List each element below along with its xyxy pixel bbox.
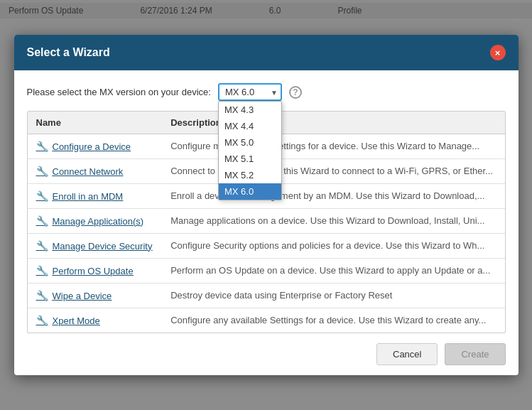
wizard-name-link[interactable]: 🔧Configure a Device (36, 141, 154, 152)
table-row: 🔧Xpert ModeConfigure any available Setti… (28, 308, 505, 333)
wizard-modal: Select a Wizard × Please select the MX v… (14, 35, 519, 375)
col-name-header: Name (28, 112, 163, 134)
modal-footer: Cancel Create (14, 333, 519, 375)
wizard-description: Configure most common settings for a dev… (162, 134, 504, 159)
version-dropdown: MX 4.3 MX 4.4 MX 5.0 MX 5.1 MX 5.2 MX 6.… (218, 101, 282, 200)
wizard-description: Connect to a Network. Use this Wizard to… (162, 159, 504, 184)
mx-version-select[interactable]: MX 4.3MX 4.4MX 5.0MX 5.1MX 5.2MX 6.0 (218, 83, 282, 101)
close-button[interactable]: × (490, 45, 506, 60)
version-select-row: Please select the MX version on your dev… (27, 83, 506, 101)
table-row: 🔧Manage Application(s)Manage application… (28, 209, 505, 234)
wizard-name-link[interactable]: 🔧Perform OS Update (36, 265, 154, 276)
modal-title: Select a Wizard (27, 46, 110, 59)
modal-header: Select a Wizard × (14, 35, 519, 70)
dropdown-item-mx44[interactable]: MX 4.4 (219, 118, 281, 134)
wizard-description: Manage applications on a device. Use thi… (162, 209, 504, 234)
wizard-name-link[interactable]: 🔧Xpert Mode (36, 315, 154, 326)
wrench-icon: 🔧 (36, 215, 48, 227)
wizard-description: Destroy device data using Enterprise or … (162, 284, 504, 308)
wrench-icon: 🔧 (36, 315, 48, 326)
wrench-icon: 🔧 (36, 190, 48, 202)
select-label: Please select the MX version on your dev… (27, 87, 211, 97)
help-icon[interactable]: ? (289, 86, 302, 99)
wizard-name-link[interactable]: 🔧Wipe a Device (36, 290, 154, 301)
table-row: 🔧Perform OS UpdatePerform an OS Update o… (28, 259, 505, 284)
wizard-description: Perform an OS Update on a device. Use th… (162, 259, 504, 284)
dropdown-item-mx50[interactable]: MX 5.0 (219, 134, 281, 151)
wrench-icon: 🔧 (36, 265, 48, 276)
wrench-icon: 🔧 (36, 240, 48, 252)
wizard-name-link[interactable]: 🔧Connect Network (36, 166, 154, 177)
dropdown-item-mx52[interactable]: MX 5.2 (219, 167, 281, 183)
wizard-name-link[interactable]: 🔧Manage Device Security (36, 240, 154, 252)
wrench-icon: 🔧 (36, 141, 48, 152)
table-row: 🔧Wipe a DeviceDestroy device data using … (28, 284, 505, 308)
wizard-description: Configure any available Settings for a d… (162, 308, 504, 333)
wrench-icon: 🔧 (36, 166, 48, 177)
dropdown-item-mx60[interactable]: MX 6.0 (219, 183, 281, 200)
cancel-button[interactable]: Cancel (376, 343, 438, 365)
wrench-icon: 🔧 (36, 290, 48, 301)
modal-body: Please select the MX version on your dev… (14, 70, 519, 333)
modal-overlay: Select a Wizard × Please select the MX v… (0, 0, 532, 410)
wizard-name-link[interactable]: 🔧Enroll in an MDM (36, 190, 154, 202)
create-button[interactable]: Create (445, 343, 505, 365)
wizard-description: Enroll a device for management by an MDM… (162, 184, 504, 209)
dropdown-item-mx43[interactable]: MX 4.3 (219, 102, 281, 118)
select-wrapper: MX 4.3MX 4.4MX 5.0MX 5.1MX 5.2MX 6.0 ▼ M… (218, 83, 282, 101)
wizard-description: Configure Security options and policies … (162, 234, 504, 259)
col-description-header: Description (162, 112, 504, 134)
table-row: 🔧Manage Device SecurityConfigure Securit… (28, 234, 505, 259)
wizard-name-link[interactable]: 🔧Manage Application(s) (36, 215, 154, 227)
dropdown-item-mx51[interactable]: MX 5.1 (219, 151, 281, 167)
